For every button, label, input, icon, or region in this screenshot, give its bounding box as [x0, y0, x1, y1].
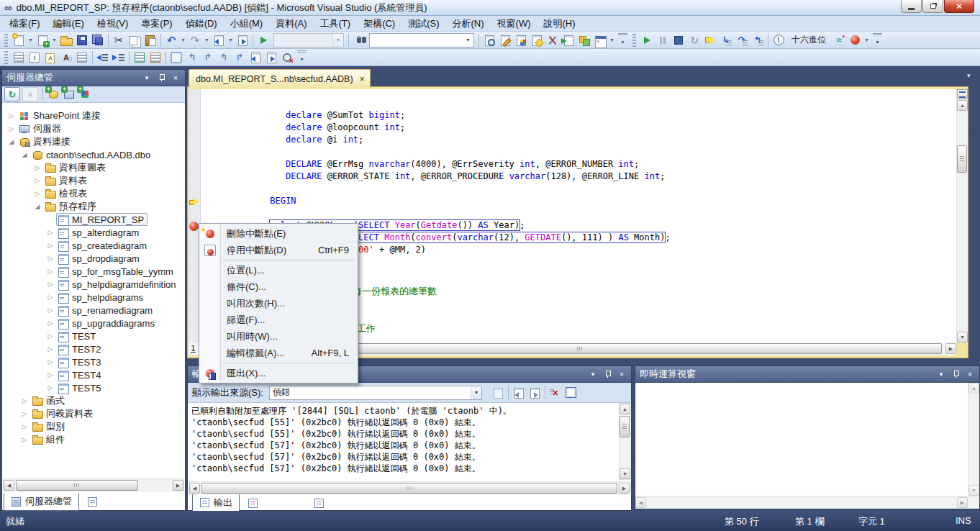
open-file-icon[interactable] [59, 33, 73, 47]
menu-test[interactable]: 測試(S) [401, 16, 445, 32]
tree-expander-icon[interactable]: ▷ [45, 268, 56, 275]
command-window-dropdown[interactable]: ▾ [608, 33, 616, 47]
code-line[interactable] [201, 122, 956, 134]
tree-expander-icon[interactable]: ▷ [45, 332, 56, 340]
comment-icon[interactable] [132, 50, 147, 65]
tree-item-tables[interactable]: ▷ 資料表 [3, 174, 184, 187]
stop-refresh-icon[interactable]: × [22, 87, 38, 101]
tree-expander-icon[interactable]: ▷ [45, 345, 56, 353]
clear-bookmarks-icon[interactable] [280, 50, 294, 65]
cut-icon[interactable]: ✂ [112, 33, 126, 47]
complete-word-icon[interactable] [59, 50, 73, 65]
tree-expander-icon[interactable]: ◢ [6, 138, 17, 145]
output-content[interactable]: 已順利自動附加至處理序 '[2844] [SQL] ctaonb' (於電腦 '… [188, 403, 619, 480]
window-position-dropdown[interactable]: ▾ [936, 369, 946, 379]
tree-item-test[interactable]: ▷ TEST [3, 330, 184, 342]
tree-expander-icon[interactable]: ▷ [45, 242, 56, 249]
code-line[interactable] [201, 183, 956, 195]
tree-item-sharepoint-connections[interactable]: ▷ SharePoint 連接 [3, 109, 184, 122]
menu-edit-labels[interactable]: 編輯標籤(A)... Alt+F9, L [199, 345, 358, 361]
tree-expander-icon[interactable]: ▷ [45, 281, 56, 288]
uncomment-icon[interactable] [148, 50, 163, 65]
menu-debug[interactable]: 偵錯(D) [179, 16, 224, 32]
tree-item-test2[interactable]: ▷ TEST2 [3, 342, 184, 355]
tree-expander-icon[interactable]: ▷ [32, 190, 43, 197]
code-line[interactable]: select @YYYY = (SELECT Year(Getdate()) A… [201, 195, 956, 207]
scroll-thumb[interactable] [620, 416, 630, 437]
tree-expander-icon[interactable]: ▷ [19, 397, 30, 404]
menu-delete-breakpoint[interactable]: 刪除中斷點(E) [199, 225, 358, 242]
menu-condition[interactable]: 條件(C)... [199, 278, 358, 295]
tree-expander-icon[interactable]: ◢ [32, 203, 43, 210]
paste-icon[interactable] [143, 33, 158, 47]
menu-analyze[interactable]: 分析(N) [446, 16, 491, 32]
previous-message-icon[interactable] [512, 386, 526, 400]
tree-item-stored-procedures[interactable]: ◢ 預存程序 [3, 200, 184, 213]
navigate-dropdown[interactable]: ▾ [227, 33, 235, 47]
line-marker-icon[interactable] [189, 221, 199, 231]
restore-button[interactable] [922, 0, 943, 13]
tree-item-sp-helpdiagrams[interactable]: ▷ sp_helpdiagrams [3, 291, 184, 304]
minimize-button[interactable] [901, 0, 922, 13]
document-well-dropdown[interactable]: ▾ [967, 72, 971, 79]
undo-icon[interactable]: ↶ [164, 33, 178, 47]
line-marker-icon[interactable] [189, 160, 199, 170]
server-explorer-hscrollbar[interactable]: ◀ ▶ [3, 478, 184, 491]
scroll-up-icon[interactable]: ▲ [620, 404, 630, 414]
tree-expander-icon[interactable]: ▷ [6, 112, 17, 119]
breakpoint-icon[interactable] [848, 33, 862, 47]
find-in-files-icon[interactable] [352, 33, 366, 47]
add-new-item-dropdown[interactable]: ▾ [27, 33, 35, 47]
tab-solution-explorer[interactable]: 方案總管 [81, 493, 145, 511]
start-debugging-icon[interactable] [256, 33, 271, 47]
menu-export[interactable]: 匯出(X)... [199, 365, 358, 381]
navigate-backward-icon[interactable] [212, 33, 226, 47]
menu-filter[interactable]: 篩選(F)... [199, 312, 358, 328]
menu-window[interactable]: 視窗(W) [491, 16, 537, 32]
scroll-left-icon[interactable]: ◀ [189, 483, 200, 494]
scroll-right-icon[interactable]: ▶ [173, 480, 183, 491]
tree-expander-icon[interactable]: ▷ [6, 125, 17, 132]
tree-item-types[interactable]: ▷ 型別 [3, 420, 184, 433]
navigate-to-icon[interactable] [561, 33, 576, 47]
save-all-icon[interactable] [91, 33, 105, 47]
find-symbol-icon[interactable] [482, 33, 496, 47]
line-marker-icon[interactable] [189, 89, 199, 96]
pin-icon[interactable] [602, 369, 612, 379]
tree-item-data-connections[interactable]: ◢ 資料連接 [3, 135, 184, 148]
close-button[interactable]: × [944, 0, 974, 13]
tree-expander-icon[interactable]: ▷ [32, 164, 43, 171]
add-existing-item-icon[interactable] [35, 33, 50, 47]
save-icon[interactable] [75, 33, 89, 47]
hexadecimal-display-button[interactable]: 十六進位 [786, 33, 831, 47]
breakpoint-dropdown[interactable]: ▾ [863, 33, 871, 47]
menu-location[interactable]: 位置(L)... [199, 262, 358, 278]
tree-item-sp-dropdiagram[interactable]: ▷ sp_dropdiagram [3, 252, 184, 265]
menu-project[interactable]: 專案(P) [135, 16, 178, 32]
tab-server-explorer[interactable]: 伺服器總管 [4, 493, 79, 511]
solution-configurations-combo[interactable]: ▾ [273, 33, 344, 47]
pin-icon[interactable] [156, 73, 166, 83]
clear-all-icon[interactable]: × [548, 386, 563, 400]
scroll-right-icon[interactable]: ▶ [619, 483, 630, 494]
undo-dropdown[interactable]: ▾ [179, 33, 187, 47]
menu-help[interactable]: 說明(H) [537, 16, 582, 32]
code-line[interactable]: declare @i int; [201, 109, 956, 122]
menu-file[interactable]: 檔案(F) [3, 16, 47, 32]
menu-architecture[interactable]: 架構(C) [357, 16, 401, 32]
scroll-right-icon[interactable]: ▶ [945, 343, 956, 354]
close-panel-button[interactable]: × [617, 369, 627, 379]
tree-expander-icon[interactable]: ◢ [19, 151, 30, 158]
next-bookmark-doc-icon[interactable] [264, 50, 278, 65]
next-bookmark-icon[interactable]: ↱ [201, 50, 215, 65]
line-marker-icon[interactable] [189, 209, 199, 219]
scroll-thumb[interactable] [957, 145, 967, 173]
increase-indent-icon[interactable] [112, 50, 126, 65]
line-marker-icon[interactable] [189, 135, 199, 145]
stop-debugging-icon[interactable] [671, 33, 686, 47]
next-bookmark-folder-icon[interactable]: ↱ [232, 50, 247, 65]
pin-icon[interactable] [950, 369, 961, 379]
parameter-info-icon[interactable] [27, 50, 42, 65]
line-marker-icon[interactable] [189, 99, 199, 109]
editor-vscrollbar[interactable]: ▲ ▼ [956, 89, 968, 342]
